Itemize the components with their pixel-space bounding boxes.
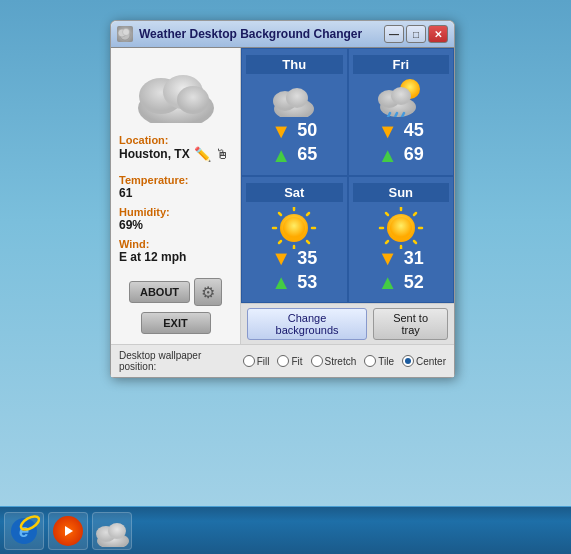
forecast-grid: Thu — [241, 48, 454, 303]
radio-stretch[interactable]: Stretch — [311, 355, 357, 367]
current-weather-icon — [131, 58, 221, 123]
svg-point-14 — [391, 87, 411, 105]
svg-point-44 — [108, 523, 126, 539]
svg-point-9 — [286, 88, 308, 108]
svg-marker-41 — [65, 526, 73, 536]
svg-line-23 — [279, 213, 281, 215]
day-sun: Sun — [353, 183, 450, 202]
svg-point-6 — [177, 86, 209, 114]
ie-taskbar-button[interactable]: e — [4, 512, 44, 550]
location-value: Houston, TX — [119, 147, 190, 161]
radio-fill-dot[interactable] — [243, 355, 255, 367]
sat-high: 53 — [297, 272, 317, 293]
svg-line-26 — [279, 241, 281, 243]
radio-stretch-dot[interactable] — [311, 355, 323, 367]
location-section: Location: Houston, TX ✏️ 🖱 — [119, 134, 232, 162]
sat-weather-icon — [269, 207, 319, 245]
wind-label: Wind: — [119, 238, 232, 250]
thu-high-row: ▲ 65 — [271, 144, 317, 165]
action-buttons: ABOUT ⚙ — [129, 278, 222, 306]
thu-high-arrow: ▲ — [271, 145, 291, 165]
radio-fit-label: Fit — [291, 356, 302, 367]
humidity-label: Humidity: — [119, 206, 232, 218]
left-panel: Location: Houston, TX ✏️ 🖱 Temperature: … — [111, 48, 241, 344]
sat-high-row: ▲ 53 — [271, 272, 317, 293]
sun-low-row: ▼ 31 — [378, 248, 424, 269]
media-player-taskbar-button[interactable] — [48, 512, 88, 550]
sun-low: 31 — [404, 248, 424, 269]
fri-low-arrow: ▼ — [378, 121, 398, 141]
fri-high-row: ▲ 69 — [378, 144, 424, 165]
sat-high-arrow: ▲ — [271, 272, 291, 292]
location-label: Location: — [119, 134, 232, 146]
sun-high-arrow: ▲ — [378, 272, 398, 292]
svg-line-25 — [307, 213, 309, 215]
about-button[interactable]: ABOUT — [129, 281, 190, 303]
svg-line-35 — [414, 213, 416, 215]
svg-point-27 — [283, 217, 305, 239]
radio-tile[interactable]: Tile — [364, 355, 394, 367]
minimize-button[interactable]: — — [384, 25, 404, 43]
radio-tile-dot[interactable] — [364, 355, 376, 367]
taskbar-cloud-icon — [95, 517, 129, 545]
svg-line-36 — [386, 241, 388, 243]
wallpaper-options: Fill Fit Stretch Tile Center — [243, 355, 446, 367]
forecast-thu: Thu — [241, 48, 348, 176]
exit-button[interactable]: EXIT — [141, 312, 211, 334]
thu-low: 50 — [297, 120, 317, 141]
window-title: Weather Desktop Background Changer — [139, 27, 378, 41]
change-backgrounds-button[interactable]: Change backgrounds — [247, 308, 367, 340]
humidity-value: 69% — [119, 218, 232, 232]
radio-center-label: Center — [416, 356, 446, 367]
bottom-bar: Change backgrounds Sent to tray — [241, 303, 454, 344]
svg-line-33 — [386, 213, 388, 215]
forecast-sat: Sat — [241, 176, 348, 304]
radio-stretch-label: Stretch — [325, 356, 357, 367]
sun-high-row: ▲ 52 — [378, 272, 424, 293]
radio-center-dot[interactable] — [402, 355, 414, 367]
radio-fit-dot[interactable] — [277, 355, 289, 367]
temperature-value: 61 — [119, 186, 232, 200]
sat-low-arrow: ▼ — [271, 248, 291, 268]
edit-location-icon[interactable]: ✏️ — [194, 146, 211, 162]
window-controls: — □ ✕ — [384, 25, 448, 43]
sun-high: 52 — [404, 272, 424, 293]
fri-low: 45 — [404, 120, 424, 141]
fri-low-row: ▼ 45 — [378, 120, 424, 141]
content-area: Location: Houston, TX ✏️ 🖱 Temperature: … — [111, 48, 454, 344]
radio-fill[interactable]: Fill — [243, 355, 270, 367]
svg-point-2 — [123, 29, 130, 36]
maximize-button[interactable]: □ — [406, 25, 426, 43]
weather-app-taskbar-button[interactable] — [92, 512, 132, 550]
day-thu: Thu — [246, 55, 343, 74]
fri-high-arrow: ▲ — [378, 145, 398, 165]
wind-value: E at 12 mph — [119, 250, 232, 264]
sent-to-tray-button[interactable]: Sent to tray — [373, 308, 448, 340]
close-button[interactable]: ✕ — [428, 25, 448, 43]
cursor-icon: 🖱 — [215, 146, 229, 162]
thu-low-row: ▼ 50 — [271, 120, 317, 141]
wallpaper-position-bar: Desktop wallpaper position: Fill Fit Str… — [111, 344, 454, 377]
day-sat: Sat — [246, 183, 343, 202]
weather-info: Temperature: 61 Humidity: 69% Wind: E at… — [119, 168, 232, 264]
forecast-sun: Sun — [348, 176, 455, 304]
location-row: Houston, TX ✏️ 🖱 — [119, 146, 232, 162]
sun-weather-icon — [376, 207, 426, 245]
radio-fill-label: Fill — [257, 356, 270, 367]
radio-center[interactable]: Center — [402, 355, 446, 367]
titlebar: Weather Desktop Background Changer — □ ✕ — [111, 21, 454, 48]
day-fri: Fri — [353, 55, 450, 74]
right-panel: Thu — [241, 48, 454, 344]
thu-weather-icon — [269, 79, 319, 117]
fri-high: 69 — [404, 144, 424, 165]
svg-point-37 — [390, 217, 412, 239]
app-icon — [117, 26, 133, 42]
settings-icon[interactable]: ⚙ — [194, 278, 222, 306]
forecast-fri: Fri — [348, 48, 455, 176]
sat-low-row: ▼ 35 — [271, 248, 317, 269]
sun-low-arrow: ▼ — [378, 248, 398, 268]
taskbar: e — [0, 506, 571, 554]
radio-fit[interactable]: Fit — [277, 355, 302, 367]
wallpaper-label: Desktop wallpaper position: — [119, 350, 235, 372]
svg-line-34 — [414, 241, 416, 243]
